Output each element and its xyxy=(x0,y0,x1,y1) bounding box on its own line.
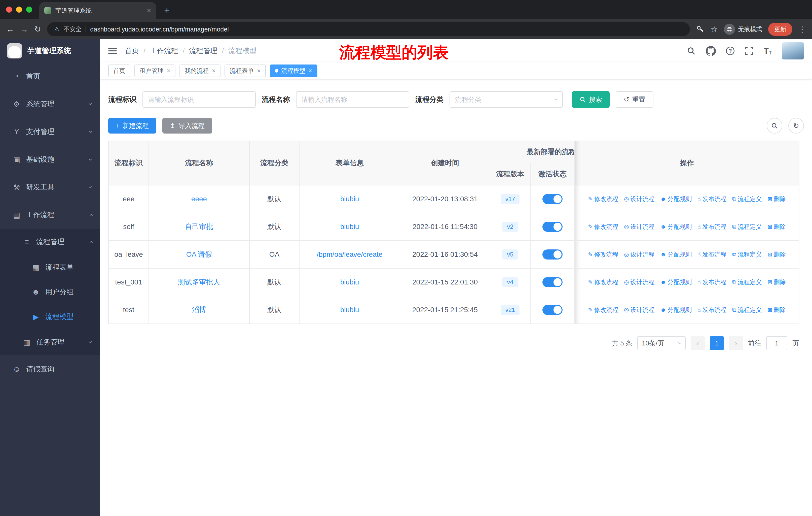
publish-process-link[interactable]: ☝发布流程 xyxy=(697,250,726,259)
maximize-window-button[interactable] xyxy=(26,6,32,12)
sidebar-item-process-form[interactable]: ▦ 流程表单 xyxy=(0,255,100,280)
breadcrumb-item-process-management[interactable]: 流程管理 xyxy=(189,46,218,56)
process-definition-link[interactable]: ⧉流程定义 xyxy=(732,223,762,231)
category-select[interactable]: 流程分类 › xyxy=(450,91,563,108)
breadcrumb-item-home[interactable]: 首页 xyxy=(125,46,139,56)
modify-process-link[interactable]: ✎修改流程 xyxy=(588,278,618,286)
sidebar-item-infrastructure[interactable]: ▣ 基础设施 › xyxy=(0,146,100,173)
delete-link[interactable]: ⊠删除 xyxy=(767,250,786,259)
reload-button[interactable]: ↻ xyxy=(34,24,41,34)
sidebar-item-workflow[interactable]: ▤ 工作流程 › xyxy=(0,201,100,229)
sidebar-item-task-management[interactable]: ▥ 任务管理 › xyxy=(0,329,100,355)
assign-rule-link[interactable]: ☻分配规则 xyxy=(660,223,692,231)
process-definition-link[interactable]: ⧉流程定义 xyxy=(732,278,762,286)
modify-process-link[interactable]: ✎修改流程 xyxy=(588,306,618,314)
sidebar-item-payment[interactable]: ¥ 支付管理 › xyxy=(0,118,100,146)
tag-home[interactable]: 首页 xyxy=(108,64,130,77)
form-info-link[interactable]: biubiu xyxy=(340,278,359,286)
import-process-button[interactable]: ↥ 导入流程 xyxy=(162,118,212,134)
create-process-button[interactable]: + 新建流程 xyxy=(108,118,156,134)
page-size-select[interactable]: 10条/页 › xyxy=(637,336,686,350)
tab-close-icon[interactable]: × xyxy=(147,6,151,15)
version-badge[interactable]: v21 xyxy=(501,305,520,315)
delete-link[interactable]: ⊠删除 xyxy=(767,223,786,231)
process-name-link[interactable]: OA 请假 xyxy=(186,250,212,258)
process-name-link[interactable]: 自己审批 xyxy=(185,223,213,230)
chrome-update-button[interactable]: 更新 xyxy=(768,23,792,36)
page-number-button[interactable]: 1 xyxy=(710,336,724,350)
process-name-link[interactable]: eeee xyxy=(191,195,207,203)
forward-button[interactable]: → xyxy=(20,25,28,34)
publish-process-link[interactable]: ☝发布流程 xyxy=(697,278,726,286)
goto-page-input[interactable] xyxy=(766,336,787,350)
form-info-link[interactable]: biubiu xyxy=(340,306,359,314)
address-bar[interactable]: ⚠ 不安全 dashboard.yudao.iocoder.cn/bpm/man… xyxy=(47,22,690,36)
version-badge[interactable]: v5 xyxy=(502,249,518,260)
user-avatar[interactable] xyxy=(782,42,804,59)
refresh-table-button[interactable]: ↻ xyxy=(788,118,804,134)
close-window-button[interactable] xyxy=(6,6,12,12)
assign-rule-link[interactable]: ☻分配规则 xyxy=(660,278,692,286)
prev-page-button[interactable]: ‹ xyxy=(691,336,705,350)
process-name-link[interactable]: 测试多审批人 xyxy=(178,278,220,286)
process-key-input[interactable] xyxy=(142,91,256,108)
search-icon[interactable] xyxy=(687,46,696,55)
collapse-sidebar-icon[interactable] xyxy=(108,48,117,54)
version-badge[interactable]: v17 xyxy=(501,194,520,204)
tag-tenant-management[interactable]: 租户管理 × xyxy=(135,64,175,77)
sidebar-item-leave-query[interactable]: ☺ 请假查询 xyxy=(0,355,100,383)
sidebar-item-devtools[interactable]: ⚒ 研发工具 › xyxy=(0,173,100,201)
fullscreen-icon[interactable] xyxy=(745,46,754,55)
process-definition-link[interactable]: ⧉流程定义 xyxy=(732,306,762,314)
password-key-icon[interactable] xyxy=(696,25,704,33)
delete-link[interactable]: ⊠删除 xyxy=(767,278,786,286)
reset-button[interactable]: ↺ 重置 xyxy=(616,91,654,108)
publish-process-link[interactable]: ☝发布流程 xyxy=(697,195,726,203)
tag-process-model[interactable]: 流程模型 × xyxy=(270,64,317,77)
minimize-window-button[interactable] xyxy=(16,6,22,12)
design-process-link[interactable]: ◎设计流程 xyxy=(624,223,655,231)
show-search-button[interactable] xyxy=(767,118,782,134)
form-info-link[interactable]: /bpm/oa/leave/create xyxy=(317,250,383,258)
tag-my-process[interactable]: 我的流程 × xyxy=(179,64,221,77)
modify-process-link[interactable]: ✎修改流程 xyxy=(588,250,618,259)
sidebar-item-process-model[interactable]: ▶ 流程模型 xyxy=(0,304,100,329)
sidebar-item-process-management[interactable]: ≡ 流程管理 › xyxy=(0,229,100,255)
form-info-link[interactable]: biubiu xyxy=(340,195,359,203)
close-icon[interactable]: × xyxy=(309,67,312,75)
modify-process-link[interactable]: ✎修改流程 xyxy=(588,195,618,203)
active-toggle[interactable] xyxy=(543,249,562,260)
process-name-input[interactable] xyxy=(296,91,409,108)
version-badge[interactable]: v2 xyxy=(502,222,518,232)
sidebar-item-user-group[interactable]: ☻ 用户分组 xyxy=(0,280,100,304)
design-process-link[interactable]: ◎设计流程 xyxy=(624,195,655,203)
design-process-link[interactable]: ◎设计流程 xyxy=(624,306,655,314)
design-process-link[interactable]: ◎设计流程 xyxy=(624,278,655,286)
version-badge[interactable]: v4 xyxy=(502,277,518,287)
next-page-button[interactable]: › xyxy=(729,336,743,350)
help-icon[interactable]: ? xyxy=(726,47,734,55)
assign-rule-link[interactable]: ☻分配规则 xyxy=(660,306,692,314)
publish-process-link[interactable]: ☝发布流程 xyxy=(697,306,726,314)
browser-menu-icon[interactable]: ⋮ xyxy=(799,25,806,34)
tag-process-form[interactable]: 流程表单 × xyxy=(225,64,265,77)
active-toggle[interactable] xyxy=(543,222,562,232)
process-name-link[interactable]: 滔博 xyxy=(192,306,206,314)
active-toggle[interactable] xyxy=(543,305,562,315)
bookmark-star-icon[interactable]: ☆ xyxy=(710,24,718,34)
process-definition-link[interactable]: ⧉流程定义 xyxy=(732,195,762,203)
sidebar-item-system[interactable]: ⚙ 系统管理 › xyxy=(0,90,100,118)
back-button[interactable]: ← xyxy=(6,25,14,34)
delete-link[interactable]: ⊠删除 xyxy=(767,306,786,314)
modify-process-link[interactable]: ✎修改流程 xyxy=(588,223,618,231)
active-toggle[interactable] xyxy=(543,194,562,204)
form-info-link[interactable]: biubiu xyxy=(340,223,359,230)
search-button[interactable]: 搜索 xyxy=(572,91,610,108)
breadcrumb-item-workflow[interactable]: 工作流程 xyxy=(150,46,178,56)
design-process-link[interactable]: ◎设计流程 xyxy=(624,250,655,259)
close-icon[interactable]: × xyxy=(257,67,261,75)
font-size-icon[interactable]: TT xyxy=(764,46,772,56)
assign-rule-link[interactable]: ☻分配规则 xyxy=(660,195,692,203)
sidebar-item-home[interactable]: ◔ 首页 xyxy=(0,62,100,90)
active-toggle[interactable] xyxy=(543,277,562,287)
